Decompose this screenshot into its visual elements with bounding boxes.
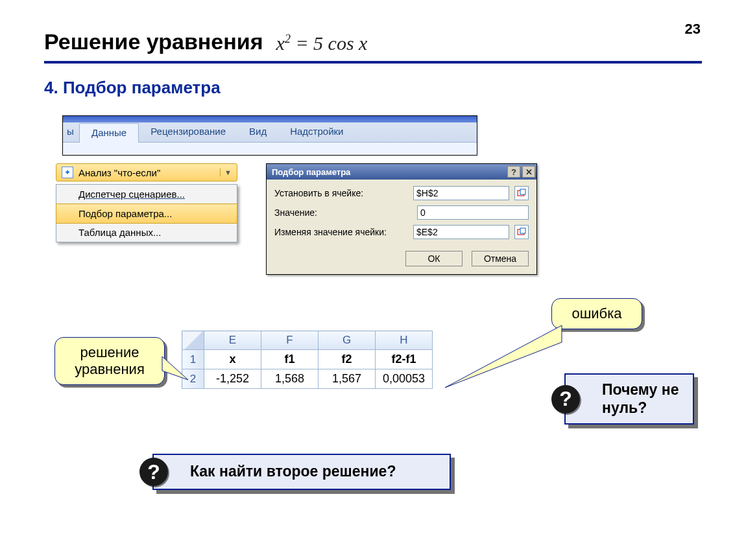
label-value: Значение: [274, 207, 412, 218]
whatif-menu: Диспетчер сценариев... Подбор параметра.… [56, 184, 237, 242]
refedit-button-setcell[interactable] [514, 186, 529, 200]
slide-title: Решение уравнения [44, 29, 263, 54]
cell-h2[interactable]: 0,00053 [376, 369, 433, 389]
whatif-icon: ✦ [62, 167, 73, 178]
whatif-dropdown: ✦ Анализ "что-если" ▼ Диспетчер сценарие… [56, 163, 237, 242]
svg-rect-3 [520, 228, 525, 233]
col-header-h[interactable]: H [376, 331, 433, 350]
whatif-button[interactable]: ✦ Анализ "что-если" ▼ [56, 163, 237, 181]
svg-rect-1 [520, 189, 525, 194]
question-mark-icon: ? [551, 385, 580, 414]
whatif-button-label: Анализ "что-если" [78, 167, 160, 178]
refedit-button-changing[interactable] [514, 225, 529, 239]
ribbon-tabstrip: ы Данные Рецензирование Вид Надстройки [63, 122, 477, 142]
slide-title-row: Решение уравнения x2 = 5 cos x [44, 29, 702, 64]
ribbon-tab-review[interactable]: Рецензирование [139, 122, 237, 142]
input-value[interactable] [417, 205, 529, 220]
col-header-g[interactable]: G [319, 331, 376, 350]
cell-f1[interactable]: f1 [261, 350, 319, 369]
row-header-2[interactable]: 2 [182, 369, 204, 389]
ribbon-tab-data[interactable]: Данные [79, 123, 139, 143]
col-header-f[interactable]: F [261, 331, 319, 350]
refedit-icon [517, 189, 526, 198]
section-subtitle: 4. Подбор параметра [44, 78, 221, 98]
worksheet-fragment: E F G H 1 x f1 f2 f2-f1 2 -1,252 1,568 1… [182, 331, 433, 389]
cell-h1[interactable]: f2-f1 [376, 350, 433, 369]
ribbon-body [63, 142, 477, 155]
input-set-cell[interactable] [413, 186, 509, 200]
callout-solution: решение уравнения [54, 337, 165, 385]
menu-item-data-table[interactable]: Таблица данных... [56, 223, 237, 242]
equation: x2 = 5 cos x [276, 32, 368, 54]
cell-e2[interactable]: -1,252 [204, 369, 261, 389]
ok-button[interactable]: ОК [405, 251, 463, 266]
col-header-e[interactable]: E [204, 331, 261, 350]
svg-marker-5 [445, 325, 562, 388]
ribbon-tab-cut[interactable]: ы [63, 122, 79, 142]
menu-item-goal-seek[interactable]: Подбор параметра... [56, 204, 237, 224]
dropdown-caret-icon: ▼ [220, 169, 232, 176]
cell-f2[interactable]: 1,568 [261, 369, 319, 389]
question-second-solution: ? Как найти второе решение? [152, 454, 451, 490]
ribbon-tab-addins[interactable]: Надстройки [278, 122, 355, 142]
goal-seek-dialog: Подбор параметра ? ✕ Установить в ячейке… [266, 163, 537, 275]
dialog-title: Подбор параметра [272, 167, 350, 177]
refedit-icon [517, 228, 526, 237]
dialog-titlebar: Подбор параметра ? ✕ [267, 164, 536, 180]
input-changing-cell[interactable] [413, 225, 509, 239]
label-changing-cell: Изменяя значение ячейки: [274, 227, 408, 237]
dialog-help-button[interactable]: ? [507, 166, 520, 178]
row-header-1[interactable]: 1 [182, 350, 204, 369]
window-titlebar-frag [63, 116, 477, 122]
ribbon-screenshot: ы Данные Рецензирование Вид Надстройки [62, 115, 477, 156]
callout-error: ошибка [551, 298, 642, 329]
question-why-not-zero: ? Почему не нуль? [564, 373, 694, 425]
cell-e1[interactable]: x [204, 350, 261, 369]
label-set-cell: Установить в ячейке: [274, 188, 408, 198]
cancel-button[interactable]: Отмена [472, 251, 529, 266]
callout-error-tail [441, 323, 564, 393]
question-mark-icon: ? [139, 458, 168, 486]
ribbon-tab-view[interactable]: Вид [237, 122, 278, 142]
cell-g2[interactable]: 1,567 [319, 369, 376, 389]
select-all-corner[interactable] [182, 331, 204, 350]
cell-g1[interactable]: f2 [319, 350, 376, 369]
menu-item-scenario-manager[interactable]: Диспетчер сценариев... [56, 185, 237, 204]
dialog-close-button[interactable]: ✕ [522, 166, 535, 178]
